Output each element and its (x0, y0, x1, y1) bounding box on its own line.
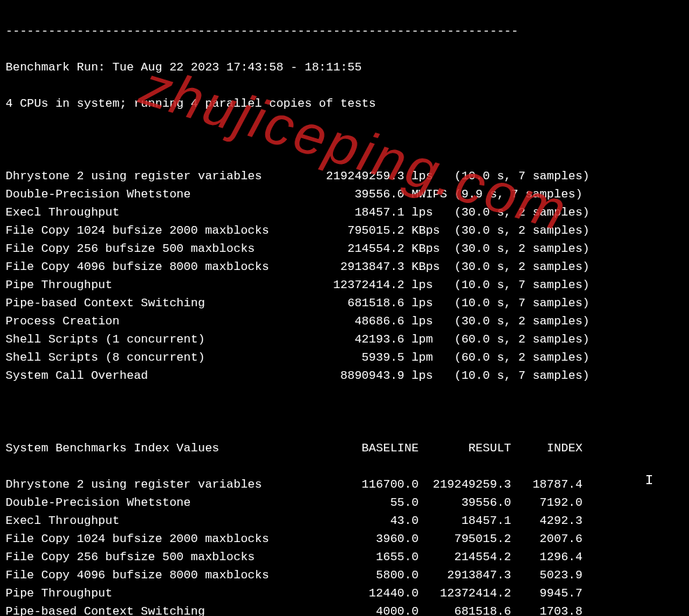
dashes-line: ----------------------------------------… (6, 22, 683, 40)
blank-line (6, 131, 683, 149)
terminal-output[interactable]: ----------------------------------------… (0, 0, 689, 616)
index-row: File Copy 1024 bufsize 2000 maxblocks 39… (6, 530, 683, 548)
index-row: Dhrystone 2 using register variables 116… (6, 476, 683, 494)
result-row: File Copy 256 bufsize 500 maxblocks 2145… (6, 240, 683, 258)
result-row: System Call Overhead 8890943.9 lps (10.0… (6, 367, 683, 385)
result-row: Shell Scripts (8 concurrent) 5939.5 lpm … (6, 349, 683, 367)
result-row: Dhrystone 2 using register variables 219… (6, 167, 683, 186)
blank-line (6, 403, 683, 421)
result-row: Double-Precision Whetstone 39556.0 MWIPS… (6, 186, 683, 204)
cpu-line: 4 CPUs in system; running 4 parallel cop… (6, 95, 683, 113)
text-cursor-icon: I (645, 472, 646, 487)
index-row: Pipe-based Context Switching 4000.0 6815… (6, 603, 683, 616)
index-row: Pipe Throughput 12440.0 12372414.2 9945.… (6, 585, 683, 603)
result-row: File Copy 1024 bufsize 2000 maxblocks 79… (6, 222, 683, 240)
result-row: Execl Throughput 18457.1 lps (30.0 s, 2 … (6, 204, 683, 222)
index-row: Double-Precision Whetstone 55.0 39556.0 … (6, 494, 683, 512)
index-row: File Copy 256 bufsize 500 maxblocks 1655… (6, 548, 683, 566)
index-header: System Benchmarks Index Values BASELINE … (6, 440, 683, 458)
result-row: File Copy 4096 bufsize 8000 maxblocks 29… (6, 258, 683, 276)
index-row: Execl Throughput 43.0 18457.1 4292.3 (6, 512, 683, 530)
index-row: File Copy 4096 bufsize 8000 maxblocks 58… (6, 566, 683, 585)
result-row: Shell Scripts (1 concurrent) 42193.6 lpm… (6, 331, 683, 349)
run-line: Benchmark Run: Tue Aug 22 2023 17:43:58 … (6, 59, 683, 77)
result-row: Pipe Throughput 12372414.2 lps (10.0 s, … (6, 276, 683, 294)
result-row: Process Creation 48686.6 lps (30.0 s, 2 … (6, 313, 683, 331)
result-row: Pipe-based Context Switching 681518.6 lp… (6, 294, 683, 313)
